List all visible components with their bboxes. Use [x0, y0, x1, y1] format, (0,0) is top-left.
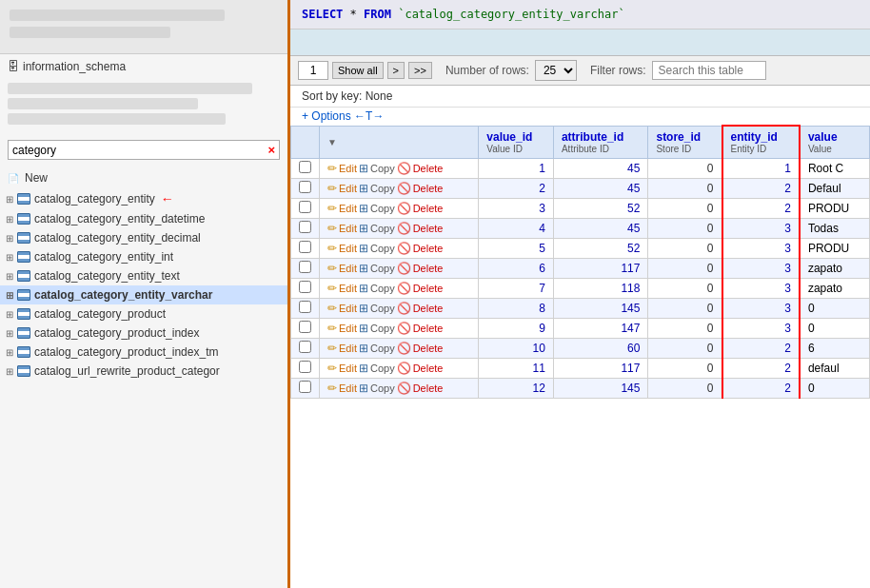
expand-icon-1: ⊞ — [6, 214, 13, 225]
table-item-4[interactable]: ⊞ catalog_category_entity_text — [0, 266, 287, 285]
nav-gtgt-button[interactable]: >> — [408, 62, 432, 79]
edit-button-0[interactable]: Edit — [339, 163, 357, 174]
row-entity-id-6: 3 — [722, 279, 800, 299]
copy-button-5[interactable]: Copy — [370, 263, 395, 274]
edit-button-4[interactable]: Edit — [339, 243, 357, 254]
row-check-3[interactable] — [291, 219, 320, 239]
table-row: ✏ Edit ⊞ Copy 🚫 Delete 11 117 0 2 defaul — [291, 359, 870, 379]
edit-button-11[interactable]: Edit — [339, 382, 357, 394]
sidebar-search-input[interactable] — [12, 144, 267, 157]
delete-button-5[interactable]: Delete — [413, 263, 444, 274]
row-check-4[interactable] — [291, 239, 320, 259]
col-store-id-sub: Store ID — [656, 144, 713, 154]
row-check-0[interactable] — [291, 159, 320, 179]
edit-button-9[interactable]: Edit — [339, 343, 357, 354]
row-check-2[interactable] — [291, 199, 320, 219]
edit-icon-1: ✏ — [327, 182, 337, 195]
table-item-8[interactable]: ⊞ catalog_category_product_index_tm — [0, 343, 287, 362]
row-value-1: Defaul — [800, 179, 870, 199]
copy-button-7[interactable]: Copy — [370, 303, 395, 314]
edit-button-8[interactable]: Edit — [339, 323, 357, 334]
table-item-2[interactable]: ⊞ catalog_category_entity_decimal — [0, 228, 287, 247]
copy-icon-8: ⊞ — [359, 322, 368, 335]
delete-button-11[interactable]: Delete — [413, 382, 444, 394]
table-item-1[interactable]: ⊞ catalog_category_entity_datetime — [0, 209, 287, 228]
edit-button-1[interactable]: Edit — [339, 183, 357, 194]
row-entity-id-2: 2 — [722, 199, 800, 219]
filter-input[interactable] — [652, 61, 766, 80]
sql-table-name: `catalog_category_entity_varchar` — [398, 8, 624, 21]
row-store-id-5: 0 — [648, 259, 722, 279]
delete-button-0[interactable]: Delete — [413, 163, 444, 174]
table-icon-1 — [17, 213, 30, 225]
expand-icon-6: ⊞ — [6, 309, 13, 320]
row-check-7[interactable] — [291, 299, 320, 319]
row-store-id-7: 0 — [648, 299, 722, 319]
row-attribute-id-2: 52 — [553, 199, 648, 219]
delete-button-6[interactable]: Delete — [413, 283, 444, 294]
copy-button-1[interactable]: Copy — [370, 183, 395, 194]
show-all-button[interactable]: Show all — [332, 62, 384, 79]
delete-button-3[interactable]: Delete — [413, 223, 444, 234]
copy-button-2[interactable]: Copy — [370, 203, 395, 214]
edit-button-2[interactable]: Edit — [339, 203, 357, 214]
col-attribute-id-header[interactable]: attribute_id Attribute ID — [553, 126, 648, 159]
edit-button-5[interactable]: Edit — [339, 263, 357, 274]
edit-button-7[interactable]: Edit — [339, 303, 357, 314]
new-table-item[interactable]: 📄 New — [0, 167, 287, 188]
row-check-9[interactable] — [291, 339, 320, 359]
table-item-5[interactable]: ⊞ catalog_category_entity_varchar — [0, 285, 287, 304]
sql-text: SELECT * FROM `catalog_category_entity_v… — [302, 8, 625, 21]
copy-button-8[interactable]: Copy — [370, 323, 395, 334]
delete-button-7[interactable]: Delete — [413, 303, 444, 314]
table-item-0[interactable]: ⊞ catalog_category_entity ← — [0, 188, 287, 209]
sidebar-search-bar[interactable]: × — [8, 140, 280, 160]
info-schema-item[interactable]: 🗄 information_schema — [0, 54, 287, 79]
expand-icon-7: ⊞ — [6, 328, 13, 339]
delete-button-1[interactable]: Delete — [413, 183, 444, 194]
table-label-4: catalog_category_entity_text — [34, 269, 180, 283]
row-check-11[interactable] — [291, 379, 320, 399]
row-check-8[interactable] — [291, 319, 320, 339]
col-entity-id-header[interactable]: entity_id Entity ID — [722, 126, 800, 159]
copy-icon-7: ⊞ — [359, 302, 368, 315]
copy-button-10[interactable]: Copy — [370, 363, 395, 374]
rows-label: Number of rows: — [445, 64, 529, 77]
options-bar[interactable]: + Options ←T→ — [290, 108, 870, 125]
copy-button-3[interactable]: Copy — [370, 223, 395, 234]
rows-select[interactable]: 25 — [535, 60, 577, 81]
delete-button-8[interactable]: Delete — [413, 323, 444, 334]
row-entity-id-7: 3 — [722, 299, 800, 319]
table-item-6[interactable]: ⊞ catalog_category_product — [0, 304, 287, 323]
expand-icon-3: ⊞ — [6, 252, 13, 263]
delete-button-4[interactable]: Delete — [413, 243, 444, 254]
expand-icon-8: ⊞ — [6, 347, 13, 358]
copy-button-0[interactable]: Copy — [370, 163, 395, 174]
table-item-7[interactable]: ⊞ catalog_category_product_index — [0, 323, 287, 343]
table-row: ✏ Edit ⊞ Copy 🚫 Delete 10 60 0 2 6 — [291, 339, 870, 359]
row-entity-id-0: 1 — [722, 159, 800, 179]
copy-button-6[interactable]: Copy — [370, 283, 395, 294]
row-check-5[interactable] — [291, 259, 320, 279]
nav-gt-button[interactable]: > — [387, 62, 405, 79]
sidebar-clear-button[interactable]: × — [267, 143, 275, 157]
copy-button-9[interactable]: Copy — [370, 343, 395, 354]
row-check-6[interactable] — [291, 279, 320, 299]
row-check-10[interactable] — [291, 359, 320, 379]
delete-button-10[interactable]: Delete — [413, 363, 444, 374]
col-store-id-header[interactable]: store_id Store ID — [648, 126, 722, 159]
edit-button-10[interactable]: Edit — [339, 363, 357, 374]
row-attribute-id-1: 45 — [553, 179, 648, 199]
delete-button-2[interactable]: Delete — [413, 203, 444, 214]
edit-button-3[interactable]: Edit — [339, 223, 357, 234]
page-number-input[interactable] — [298, 61, 328, 80]
table-item-9[interactable]: ⊞ catalog_url_rewrite_product_categor — [0, 362, 287, 381]
col-value-header[interactable]: value Value — [800, 126, 870, 159]
row-check-1[interactable] — [291, 179, 320, 199]
col-value-id-header[interactable]: value_id Value ID — [479, 126, 554, 159]
copy-button-11[interactable]: Copy — [370, 382, 395, 394]
delete-button-9[interactable]: Delete — [413, 343, 444, 354]
copy-button-4[interactable]: Copy — [370, 243, 395, 254]
table-item-3[interactable]: ⊞ catalog_category_entity_int — [0, 247, 287, 266]
edit-button-6[interactable]: Edit — [339, 283, 357, 294]
